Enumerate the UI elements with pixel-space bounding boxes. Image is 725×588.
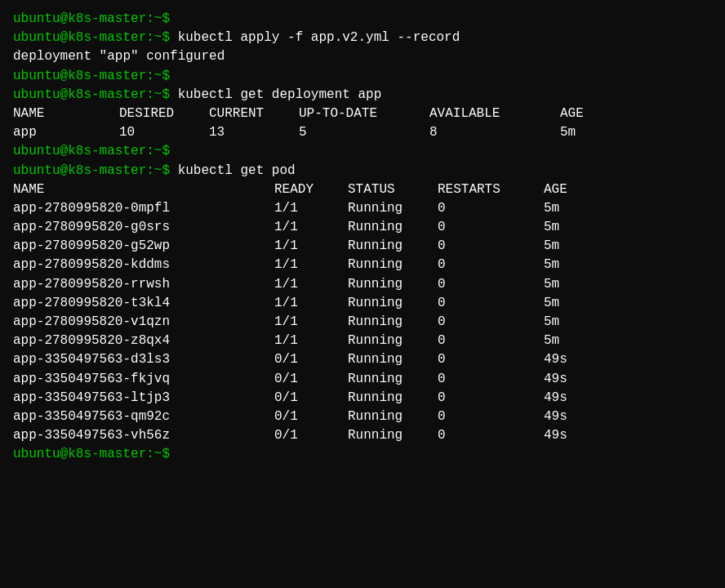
pod-cell-10-0: app-3350497563-ltjp3: [13, 389, 274, 408]
pod-cell-0-0: app-2780995820-0mpfl: [13, 199, 274, 218]
pod-data-row: app-3350497563-d3ls30/1Running049s: [13, 350, 712, 369]
dep-row-desired: 10: [119, 123, 209, 142]
dep-row-age: 5m: [560, 123, 625, 142]
terminal-line-1: ubuntu@k8s-master:~$: [13, 10, 712, 29]
pod-cell-5-2: Running: [348, 294, 438, 313]
prompt-4: ubuntu@k8s-master:~$: [13, 69, 170, 83]
dep-col-desired: DESIRED: [119, 105, 209, 123]
pod-cell-7-4: 5m: [544, 332, 609, 350]
dep-col-available: AVAILABLE: [429, 105, 560, 123]
pod-cell-2-3: 0: [438, 237, 544, 256]
pod-cell-5-1: 1/1: [274, 294, 348, 313]
pod-cell-1-4: 5m: [544, 218, 609, 237]
pod-header-row: NAME READY STATUS RESTARTS AGE: [13, 180, 712, 199]
final-prompt-line: ubuntu@k8s-master:~$: [13, 445, 712, 464]
pod-col-name: NAME: [13, 180, 274, 199]
final-prompt: ubuntu@k8s-master:~$: [13, 447, 170, 461]
pod-cell-0-4: 5m: [544, 199, 609, 218]
pod-col-status: STATUS: [348, 180, 438, 199]
dep-row-name: app: [13, 123, 119, 142]
pod-cell-6-1: 1/1: [274, 313, 348, 332]
terminal-line-3: deployment "app" configured: [13, 47, 712, 66]
pod-data-row: app-2780995820-g52wp1/1Running05m: [13, 237, 712, 256]
pod-cell-4-1: 1/1: [274, 275, 348, 294]
pod-cell-11-1: 0/1: [274, 408, 348, 426]
pod-cell-3-0: app-2780995820-kddms: [13, 256, 274, 274]
pod-data-row: app-2780995820-z8qx41/1Running05m: [13, 332, 712, 350]
pod-data-row: app-2780995820-g0srs1/1Running05m: [13, 218, 712, 237]
prompt-5: ubuntu@k8s-master:~$: [13, 87, 170, 102]
pod-cell-10-2: Running: [348, 389, 438, 408]
pod-data-row: app-3350497563-qm92c0/1Running049s: [13, 408, 712, 426]
cmd-get-pod: kubectl get pod: [170, 163, 296, 178]
pod-cell-7-1: 1/1: [274, 332, 348, 350]
pod-data-row: app-2780995820-kddms1/1Running05m: [13, 256, 712, 274]
pod-cell-0-2: Running: [348, 199, 438, 218]
pod-cell-1-2: Running: [348, 218, 438, 237]
pod-data-row: app-2780995820-v1qzn1/1Running05m: [13, 313, 712, 332]
terminal-line-get-pod: ubuntu@k8s-master:~$ kubectl get pod: [13, 162, 712, 180]
pod-cell-1-1: 1/1: [274, 218, 348, 237]
terminal-line-5: ubuntu@k8s-master:~$ kubectl get deploym…: [13, 86, 712, 105]
terminal: ubuntu@k8s-master:~$ ubuntu@k8s-master:~…: [13, 10, 712, 465]
pod-cell-5-4: 5m: [544, 294, 609, 313]
pod-cell-2-0: app-2780995820-g52wp: [13, 237, 274, 256]
pod-cell-9-3: 0: [438, 370, 544, 389]
pod-data-row: app-2780995820-t3kl41/1Running05m: [13, 294, 712, 313]
cmd-2: kubectl apply -f app.v2.yml --record: [170, 30, 460, 45]
pod-cell-12-0: app-3350497563-vh56z: [13, 426, 274, 445]
pod-cell-9-4: 49s: [544, 370, 609, 389]
dep-col-uptodate: UP-TO-DATE: [299, 105, 429, 123]
dep-row-current: 13: [209, 123, 299, 142]
pod-cell-11-4: 49s: [544, 408, 609, 426]
pod-cell-4-0: app-2780995820-rrwsh: [13, 275, 274, 294]
pod-cell-9-0: app-3350497563-fkjvq: [13, 370, 274, 389]
dep-col-current: CURRENT: [209, 105, 299, 123]
pod-data-row: app-3350497563-fkjvq0/1Running049s: [13, 370, 712, 389]
prompt-get-pod: ubuntu@k8s-master:~$: [13, 163, 170, 178]
pod-col-ready: READY: [274, 180, 348, 199]
pod-data-row: app-2780995820-rrwsh1/1Running05m: [13, 275, 712, 294]
pod-cell-7-3: 0: [438, 332, 544, 350]
pod-cell-0-1: 1/1: [274, 199, 348, 218]
prompt-after-dep: ubuntu@k8s-master:~$: [13, 144, 170, 158]
pod-cell-10-4: 49s: [544, 389, 609, 408]
deployment-data-row: app 10 13 5 8 5m: [13, 123, 712, 142]
pod-cell-4-2: Running: [348, 275, 438, 294]
pod-cell-3-1: 1/1: [274, 256, 348, 274]
pod-cell-1-3: 0: [438, 218, 544, 237]
pod-cell-3-3: 0: [438, 256, 544, 274]
cmd-5: kubectl get deployment app: [170, 87, 381, 102]
dep-row-available: 8: [429, 123, 560, 142]
pod-cell-10-3: 0: [438, 389, 544, 408]
pod-cell-6-0: app-2780995820-v1qzn: [13, 313, 274, 332]
pod-cell-7-2: Running: [348, 332, 438, 350]
pod-cell-12-1: 0/1: [274, 426, 348, 445]
pod-cell-6-2: Running: [348, 313, 438, 332]
pod-cell-3-4: 5m: [544, 256, 609, 274]
pod-cell-12-4: 49s: [544, 426, 609, 445]
dep-col-name: NAME: [13, 105, 119, 123]
pod-cell-1-0: app-2780995820-g0srs: [13, 218, 274, 237]
dep-col-age: AGE: [560, 105, 625, 123]
pod-cell-6-3: 0: [438, 313, 544, 332]
pod-table: NAME READY STATUS RESTARTS AGE app-27809…: [13, 180, 712, 446]
terminal-line-4: ubuntu@k8s-master:~$: [13, 67, 712, 86]
pod-cell-2-2: Running: [348, 237, 438, 256]
pod-rows-container: app-2780995820-0mpfl1/1Running05mapp-278…: [13, 199, 712, 445]
prompt-1: ubuntu@k8s-master:~$: [13, 11, 170, 26]
pod-cell-9-2: Running: [348, 370, 438, 389]
pod-cell-3-2: Running: [348, 256, 438, 274]
pod-cell-6-4: 5m: [544, 313, 609, 332]
deployment-header-row: NAME DESIRED CURRENT UP-TO-DATE AVAILABL…: [13, 105, 712, 123]
pod-cell-12-2: Running: [348, 426, 438, 445]
deployment-table: NAME DESIRED CURRENT UP-TO-DATE AVAILABL…: [13, 105, 712, 142]
prompt-2: ubuntu@k8s-master:~$: [13, 30, 170, 45]
pod-cell-10-1: 0/1: [274, 389, 348, 408]
pod-cell-8-1: 0/1: [274, 350, 348, 369]
pod-col-restarts: RESTARTS: [438, 180, 544, 199]
pod-cell-8-4: 49s: [544, 350, 609, 369]
terminal-line-2: ubuntu@k8s-master:~$ kubectl apply -f ap…: [13, 29, 712, 47]
pod-cell-4-4: 5m: [544, 275, 609, 294]
pod-cell-11-0: app-3350497563-qm92c: [13, 408, 274, 426]
